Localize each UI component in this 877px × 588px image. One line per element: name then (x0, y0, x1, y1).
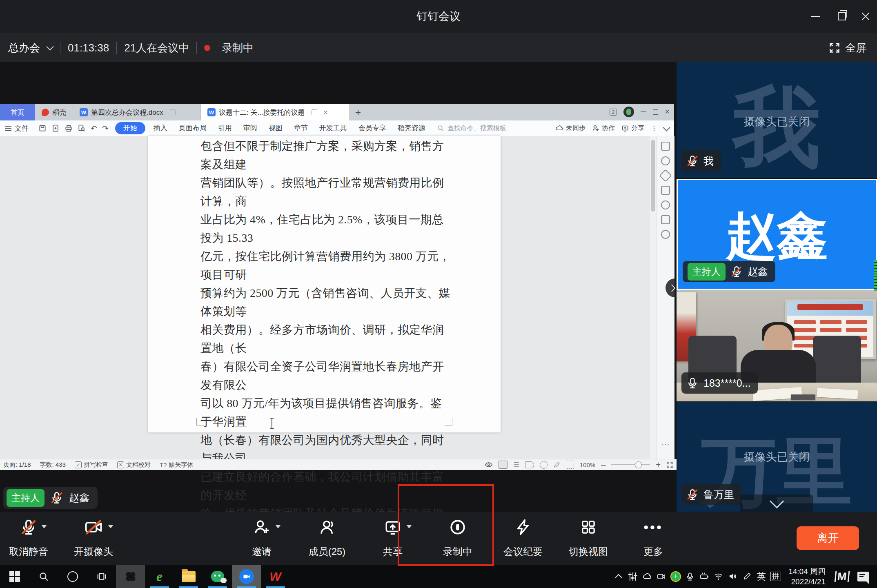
collab-button[interactable]: 协作 (592, 124, 615, 133)
print-icon[interactable] (65, 124, 73, 132)
wps-menu-member[interactable]: 会员专享 (353, 120, 392, 136)
wps-menu-start[interactable]: 开始 (115, 122, 145, 134)
wps-document-canvas[interactable]: 包含但不限于制定推广方案，采购方案，销售方案及组建 营销团队等）。按照地产行业常… (0, 136, 650, 459)
wps-tab-docer[interactable]: 稻壳 (35, 104, 73, 120)
tray-volume-icon[interactable] (726, 565, 740, 588)
undo-icon[interactable]: ↶ (91, 124, 97, 133)
outline-view-icon[interactable]: ☰ (513, 461, 519, 469)
cortana-button[interactable] (58, 565, 87, 588)
ink-icon[interactable] (553, 461, 560, 468)
wps-menu-layout[interactable]: 页面布局 (173, 120, 212, 136)
taskbar-app-pinwheel[interactable] (116, 565, 145, 588)
fullscreen-button[interactable]: 全屏 (829, 33, 866, 62)
wps-new-tab-button[interactable]: + (349, 104, 367, 120)
taskbar-app-meeting[interactable] (232, 565, 261, 588)
more-vert-icon[interactable]: ⋮ (651, 125, 657, 132)
side-tool-icon[interactable] (661, 142, 670, 151)
ime-pinyin-button[interactable]: 拼 (768, 565, 783, 588)
taskbar-clock[interactable]: 14:04 周四 2022/4/21 (783, 566, 831, 587)
wps-menu-devtools[interactable]: 开发工具 (314, 120, 353, 136)
collapse-ribbon-icon[interactable] (663, 124, 670, 131)
taskbar-app-explorer[interactable] (174, 565, 203, 588)
web-view-icon[interactable] (540, 461, 548, 469)
participant-tile-video[interactable]: 183****0... (677, 290, 877, 401)
export-icon[interactable] (51, 124, 60, 132)
wps-scrollbar[interactable] (650, 136, 656, 459)
sync-status[interactable]: 未同步 (555, 124, 585, 133)
wps-menu-docer-res[interactable]: 稻壳资源 (392, 120, 431, 136)
wps-menu-reference[interactable]: 引用 (212, 120, 238, 136)
wps-account-avatar[interactable] (623, 107, 634, 117)
wps-menu-insert[interactable]: 插入 (148, 120, 173, 136)
page-view-icon[interactable] (499, 461, 508, 469)
wps-command-search[interactable]: 查找命令、搜索模板 (437, 124, 506, 133)
chevron-down-icon[interactable] (46, 43, 53, 50)
book-view-icon[interactable] (525, 461, 534, 468)
action-center-button[interactable] (853, 565, 874, 588)
participant-tile-host[interactable]: 赵鑫 主持人 赵鑫 (677, 179, 877, 290)
wps-menu-review[interactable]: 审阅 (238, 120, 263, 136)
camera-options-caret[interactable] (108, 525, 114, 528)
scrollbar-thumb[interactable] (651, 140, 655, 212)
tray-mixer-icon[interactable] (625, 565, 640, 588)
invite-options-caret[interactable] (275, 525, 281, 528)
zoom-slider-knob[interactable] (635, 461, 642, 468)
tray-mic-icon[interactable] (683, 565, 697, 588)
wps-restore-icon[interactable] (653, 109, 658, 115)
taskbar-app-wps[interactable]: W (261, 565, 290, 588)
side-tool-icon[interactable] (661, 215, 670, 224)
invite-button[interactable]: 邀请 (231, 512, 292, 565)
participant-tile-wanli[interactable]: 万里 摄像头已关闭 鲁万里 (677, 402, 877, 512)
tray-expand-button[interactable] (611, 565, 625, 588)
mic-options-caret[interactable] (41, 525, 47, 528)
side-tool-icon[interactable] (661, 186, 670, 195)
start-button[interactable] (0, 565, 29, 588)
wps-fullscreen-icon[interactable] (666, 461, 673, 468)
unmute-button[interactable]: 取消静音 (0, 512, 59, 565)
wps-file-menu[interactable]: 文件 (0, 124, 34, 133)
tray-pen-icon[interactable] (740, 565, 754, 588)
zoom-out-icon[interactable]: – (601, 460, 605, 470)
task-view-button[interactable] (87, 565, 116, 588)
wps-tab-doc1[interactable]: W 第四次总办会议程.docx (73, 104, 201, 120)
participant-tile-me[interactable]: 我 摄像头已关闭 我 (677, 62, 877, 178)
switch-view-button[interactable]: 切换视图 (558, 512, 619, 565)
wps-close-icon[interactable]: ✕ (665, 109, 670, 115)
fit-page-icon[interactable] (566, 461, 574, 469)
side-tool-icon[interactable] (661, 200, 670, 209)
maximize-button[interactable] (833, 7, 851, 25)
side-more-icon[interactable]: ⋯ (657, 439, 674, 449)
minutes-button[interactable]: 会议纪要 (492, 512, 554, 565)
scroll-participants-button[interactable] (740, 494, 813, 512)
zoom-in-icon[interactable]: + (656, 460, 661, 470)
taskbar-app-ie[interactable]: e (145, 565, 174, 588)
taskbar-search-button[interactable] (29, 565, 58, 588)
tray-cloud-icon[interactable] (640, 565, 654, 588)
camera-on-button[interactable]: 开摄像头 (63, 512, 124, 565)
tray-m-app-icon[interactable]: M (831, 565, 853, 588)
close-button[interactable] (857, 7, 875, 25)
more-button[interactable]: ••• 更多 (623, 512, 684, 565)
members-button[interactable]: 成员(25) (296, 512, 358, 565)
taskbar-app-wechat[interactable] (203, 565, 232, 588)
wps-tab-doc2-active[interactable]: W 议题十二: 关...接委托的议题 ✕ (201, 104, 349, 120)
spellcheck-toggle[interactable]: ✓拼写检查 (75, 461, 108, 469)
eye-icon[interactable] (485, 461, 493, 469)
missing-font-indicator[interactable]: T?缺失字体 (160, 461, 194, 469)
wps-menu-section[interactable]: 章节 (288, 120, 314, 136)
side-tool-icon[interactable] (659, 169, 672, 182)
tray-camera-icon[interactable] (654, 565, 668, 588)
tray-wifi-icon[interactable] (711, 565, 726, 588)
tray-battery-icon[interactable] (697, 565, 711, 588)
wps-menu-view[interactable]: 视图 (263, 120, 288, 136)
preview-icon[interactable] (78, 124, 86, 132)
wps-minimize-icon[interactable] (641, 111, 646, 112)
redo-icon[interactable]: ↷ (102, 124, 109, 133)
ime-language-button[interactable]: 英 (754, 565, 768, 588)
side-tool-icon[interactable] (661, 230, 670, 239)
proofread-toggle[interactable]: ✕文档校对 (117, 461, 151, 469)
save-icon[interactable] (38, 124, 47, 132)
zoom-level[interactable]: 100% (580, 461, 595, 468)
document-page[interactable]: 包含但不限于制定推广方案，采购方案，销售方案及组建 营销团队等）。按照地产行业常… (148, 136, 501, 432)
tray-360-icon[interactable]: + (668, 565, 683, 588)
